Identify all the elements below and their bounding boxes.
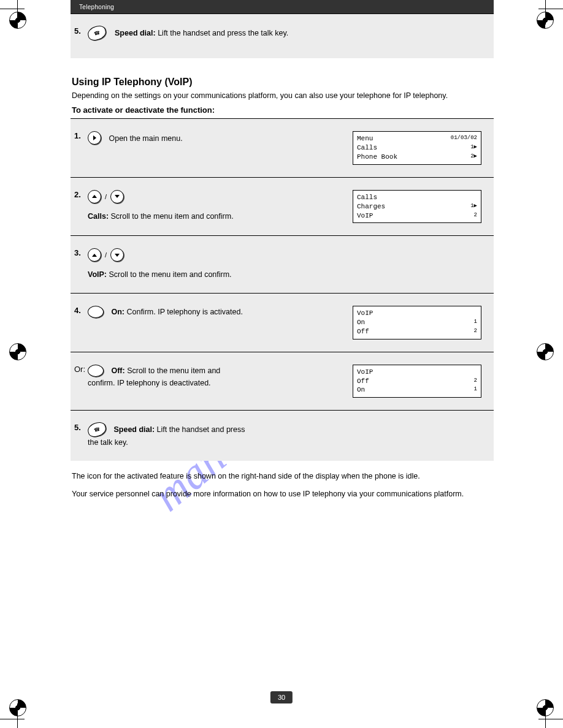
lcd-display: VoIP On1 Off2 — [353, 306, 481, 339]
step-number: 3. — [74, 248, 81, 257]
step-row: 5. Speed dial: Lift the handset and pres… — [71, 410, 494, 461]
step-or-label: Or: — [74, 365, 85, 374]
crop-mark — [530, 343, 561, 374]
crop-mark — [2, 5, 33, 36]
step-row: 1. Open the main menu. Menu01/03/02 Call… — [71, 119, 494, 177]
section-subhead: To activate or deactivate the function: — [71, 105, 494, 115]
talk-key-icon — [86, 24, 108, 42]
step-text: Open the main menu. — [109, 134, 182, 143]
crop-line — [545, 703, 546, 728]
crop-line — [538, 719, 563, 719]
page-number: 30 — [270, 691, 293, 703]
step-text: Off: Scroll to the menu item and confirm… — [88, 366, 220, 387]
lcd-display: Menu01/03/02 Calls1▶ Phone Book2▶ — [353, 131, 481, 165]
nav-up-icon — [88, 248, 101, 262]
page-content: Telephoning 5. Speed dial: Lift the hand… — [71, 0, 494, 501]
crop-mark — [2, 343, 33, 374]
step-number: 2. — [74, 190, 81, 199]
step-row: 4. On: Confirm. IP telephony is activate… — [71, 293, 494, 352]
talk-key-icon — [86, 421, 108, 439]
step-number: 1. — [74, 131, 81, 140]
crop-line — [0, 719, 25, 719]
step-block-top: 5. Speed dial: Lift the handset and pres… — [71, 13, 494, 58]
steps-block: 1. Open the main menu. Menu01/03/02 Call… — [71, 118, 494, 461]
section-title: Using IP Telephony (VoIP) — [71, 77, 494, 88]
crop-line — [545, 0, 546, 25]
nav-right-icon — [88, 131, 101, 145]
confirm-key-icon — [88, 306, 104, 318]
footer-text-2: Your service personnel can provide more … — [71, 488, 494, 500]
header-title: Telephoning — [79, 4, 114, 10]
step-text: VoIP: Scroll to the menu item and confir… — [88, 269, 247, 281]
crop-line — [0, 9, 25, 9]
step-text: Speed dial: Lift the handset and press t… — [88, 425, 245, 447]
lcd-display: VoIP Off2 On1 — [353, 365, 481, 398]
lcd-display: Calls Charges1▶ VoIP2 — [353, 190, 481, 224]
step-text: On: Confirm. IP telephony is activated. — [111, 308, 242, 316]
crop-line — [17, 0, 18, 25]
step-row: Or: Off: Scroll to the menu item and con… — [71, 352, 494, 411]
crop-line — [538, 9, 563, 9]
footer-text-1: The icon for the activated feature is sh… — [71, 471, 494, 482]
page-header: Telephoning — [71, 0, 494, 13]
step-row: 3. / VoIP: Scroll to the menu item and c… — [71, 235, 494, 293]
nav-down-icon — [110, 190, 124, 203]
nav-down-icon — [110, 248, 124, 262]
step-row: 2. / Calls: Scroll to the menu item and … — [71, 177, 494, 236]
section-intro: Depending on the settings on your commun… — [71, 90, 494, 102]
step-number: 5. — [74, 423, 81, 432]
nav-up-icon — [88, 190, 101, 203]
crop-line — [17, 703, 18, 728]
step-text: Speed dial: Lift the handset and press t… — [115, 28, 288, 39]
step-number: 5. — [74, 26, 81, 36]
step-text: Calls: Scroll to the menu item and confi… — [88, 211, 247, 222]
step-number: 4. — [74, 306, 81, 315]
confirm-key-icon — [88, 365, 104, 377]
